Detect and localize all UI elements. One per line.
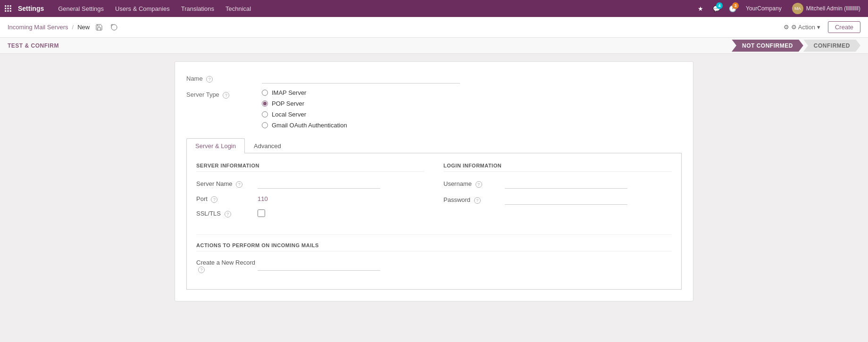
login-info-title: LOGIN INFORMATION	[443, 163, 672, 172]
nav-general-settings[interactable]: General Settings	[53, 0, 108, 17]
radio-local-input[interactable]	[262, 111, 268, 117]
username-field: Username ?	[443, 179, 672, 189]
create-record-label: Create a New Record ?	[196, 259, 258, 274]
server-info-section: SERVER INFORMATION Server Name ? Port	[196, 163, 425, 225]
radio-gmail[interactable]: Gmail OAuth Authentication	[262, 122, 682, 129]
main-content: Name ? Server Type ? IMAP Server	[0, 54, 868, 342]
radio-gmail-label: Gmail OAuth Authentication	[272, 122, 347, 129]
server-name-value	[258, 179, 425, 189]
breadcrumb-parent[interactable]: Incoming Mail Servers	[8, 24, 68, 31]
chat-badge: 4	[716, 2, 723, 9]
app-brand: Settings	[18, 5, 44, 12]
server-name-label: Server Name ?	[196, 180, 258, 188]
server-type-field-row: Server Type ? IMAP Server POP Server Lo	[186, 89, 682, 129]
ssl-tls-label: SSL/TLS ?	[196, 210, 258, 217]
activity-badge: 3	[732, 2, 739, 9]
section-divider	[196, 234, 672, 235]
two-col-layout: SERVER INFORMATION Server Name ? Port	[196, 163, 672, 225]
server-type-value: IMAP Server POP Server Local Server Gmai…	[262, 89, 682, 129]
nav-translations[interactable]: Translations	[176, 0, 219, 17]
action-button[interactable]: ⚙ ⚙ Action ▾	[780, 22, 824, 33]
breadcrumb-current: New	[77, 24, 90, 31]
password-field: Password ?	[443, 195, 672, 205]
name-label: Name ?	[186, 73, 262, 83]
username-help-icon[interactable]: ?	[476, 181, 482, 188]
name-value	[262, 73, 682, 83]
name-input[interactable]	[262, 73, 460, 83]
radio-imap-label: IMAP Server	[272, 89, 306, 96]
radio-local-label: Local Server	[272, 111, 306, 118]
radio-gmail-input[interactable]	[262, 122, 268, 128]
password-input[interactable]	[505, 195, 627, 205]
password-help-icon[interactable]: ?	[474, 197, 481, 204]
server-name-help-icon[interactable]: ?	[236, 181, 242, 188]
radio-imap[interactable]: IMAP Server	[262, 89, 682, 96]
nav-users-companies[interactable]: Users & Companies	[110, 0, 175, 17]
save-manually-icon[interactable]	[93, 22, 105, 33]
activity-icon[interactable]: 🕐 3	[726, 2, 739, 15]
star-icon[interactable]: ★	[694, 2, 707, 15]
server-type-label: Server Type ?	[186, 89, 262, 99]
port-field: Port ? 110	[196, 195, 425, 203]
status-pipeline: NOT CONFIRMED CONFIRMED	[732, 40, 860, 52]
nav-technical[interactable]: Technical	[221, 0, 256, 17]
tab-content: SERVER INFORMATION Server Name ? Port	[186, 153, 682, 290]
name-help-icon[interactable]: ?	[206, 76, 213, 83]
ssl-tls-value	[258, 209, 425, 218]
breadcrumb-separator: /	[72, 24, 74, 31]
radio-pop-label: POP Server	[272, 100, 304, 107]
port-label: Port ?	[196, 195, 258, 203]
name-field-row: Name ?	[186, 73, 682, 83]
radio-pop-input[interactable]	[262, 100, 268, 107]
server-name-field: Server Name ?	[196, 179, 425, 189]
test-confirm-button[interactable]: TEST & CONFIRM	[8, 42, 59, 49]
radio-pop[interactable]: POP Server	[262, 100, 682, 107]
radio-imap-input[interactable]	[262, 90, 268, 96]
port-text: 110	[258, 195, 268, 202]
username-label: Username ?	[443, 180, 505, 188]
username-value	[505, 179, 672, 189]
user-menu[interactable]: MA Mitchell Admin (llllllllll)	[788, 3, 864, 14]
password-value	[505, 195, 672, 205]
server-type-help-icon[interactable]: ?	[223, 92, 229, 99]
tab-advanced[interactable]: Advanced	[245, 138, 290, 153]
user-avatar: MA	[792, 3, 803, 14]
top-navigation: Settings General Settings Users & Compan…	[0, 0, 868, 17]
status-not-confirmed[interactable]: NOT CONFIRMED	[732, 40, 803, 52]
user-name: Mitchell Admin (llllllllll)	[806, 5, 860, 12]
username-input[interactable]	[505, 179, 627, 189]
company-name: YourCompany	[742, 5, 785, 12]
port-help-icon[interactable]: ?	[211, 196, 217, 203]
discard-icon[interactable]	[108, 22, 120, 33]
password-label: Password ?	[443, 196, 505, 204]
ssl-tls-help-icon[interactable]: ?	[225, 211, 231, 217]
server-info-title: SERVER INFORMATION	[196, 163, 425, 172]
ssl-tls-field: SSL/TLS ?	[196, 209, 425, 218]
tab-server-login[interactable]: Server & Login	[186, 138, 245, 153]
port-value: 110	[258, 195, 425, 202]
create-record-value	[258, 261, 672, 271]
server-type-radio-group: IMAP Server POP Server Local Server Gmai…	[262, 89, 682, 129]
create-record-field: Create a New Record ?	[196, 259, 672, 274]
login-info-section: LOGIN INFORMATION Username ? Password	[443, 163, 672, 225]
status-confirmed[interactable]: CONFIRMED	[803, 40, 860, 52]
create-record-input[interactable]	[258, 261, 380, 271]
breadcrumb-bar: Incoming Mail Servers / New ⚙ ⚙ Action ▾…	[0, 17, 868, 38]
ssl-tls-checkbox[interactable]	[258, 209, 265, 217]
app-logo[interactable]	[4, 4, 12, 13]
radio-local[interactable]: Local Server	[262, 111, 682, 118]
form-card: Name ? Server Type ? IMAP Server	[175, 61, 693, 301]
create-button[interactable]: Create	[828, 21, 860, 33]
create-record-help-icon[interactable]: ?	[198, 267, 205, 273]
tabs: Server & Login Advanced	[186, 138, 682, 153]
gear-icon: ⚙	[784, 24, 789, 31]
chevron-down-icon: ▾	[817, 24, 820, 31]
chat-icon[interactable]: 💬 4	[710, 2, 723, 15]
actions-title: ACTIONS TO PERFORM ON INCOMING MAILS	[196, 242, 672, 251]
status-bar: TEST & CONFIRM NOT CONFIRMED CONFIRMED	[0, 38, 868, 54]
server-name-input[interactable]	[258, 179, 380, 189]
